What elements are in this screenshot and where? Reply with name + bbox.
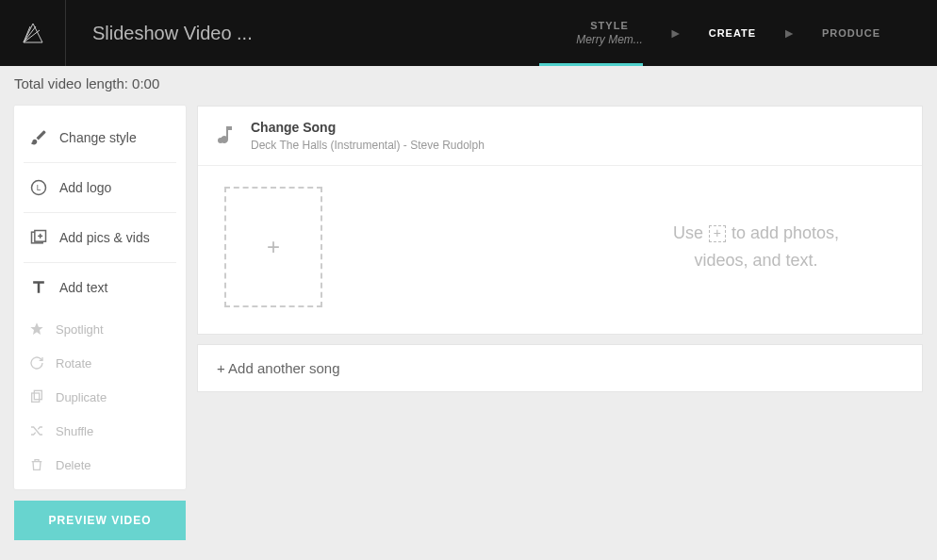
sidebar-shuffle: Shuffle [14, 414, 186, 448]
add-media-icon [27, 226, 50, 249]
empty-state-hint: Use + to add photos, videos, and text. [673, 220, 839, 274]
sidebar-add-logo[interactable]: L Add logo [24, 163, 176, 213]
sidebar-label: Change style [59, 130, 137, 145]
add-another-song-button[interactable]: + Add another song [197, 344, 923, 392]
active-tab-underline [539, 63, 643, 66]
text-icon [27, 276, 50, 299]
sidebar-label: Rotate [56, 356, 91, 371]
sidebar-add-text[interactable]: Add text [24, 263, 176, 312]
project-title[interactable]: Slideshow Video ... [92, 23, 253, 44]
sidebar-label: Spotlight [56, 322, 104, 337]
fan-logo-icon [19, 19, 47, 47]
slot-area: + Use + to add photos, videos, and text. [198, 166, 922, 334]
svg-point-8 [218, 138, 223, 143]
song-info: Change Song Deck The Halls (Instrumental… [251, 120, 485, 152]
sidebar-label: Delete [56, 458, 91, 472]
sidebar: Change style L Add logo Add pics & vids … [14, 106, 186, 489]
plus-icon: + [267, 234, 280, 260]
logo-circle-icon: L [27, 176, 50, 199]
svg-rect-7 [34, 390, 41, 399]
sidebar-label: Add logo [59, 180, 111, 195]
brush-icon [27, 126, 50, 149]
song-meta: Deck The Halls (Instrumental) - Steve Ru… [251, 139, 485, 152]
svg-rect-6 [32, 393, 40, 402]
add-media-slot[interactable]: + [224, 187, 322, 307]
hint-plus-icon: + [709, 225, 726, 242]
sidebar-label: Add pics & vids [59, 230, 150, 245]
logo[interactable] [0, 0, 66, 66]
trash-icon [27, 455, 46, 474]
left-column: Change style L Add logo Add pics & vids … [14, 106, 186, 540]
sidebar-rotate: Rotate [14, 346, 186, 380]
music-note-icon [215, 124, 239, 148]
nav-step-create[interactable]: CREATE [709, 27, 756, 39]
star-icon [27, 320, 46, 338]
song-header[interactable]: Change Song Deck The Halls (Instrumental… [198, 107, 922, 166]
song-panel: Change Song Deck The Halls (Instrumental… [197, 106, 923, 335]
main-panel: Change Song Deck The Halls (Instrumental… [197, 106, 923, 392]
change-song-label: Change Song [251, 120, 485, 135]
svg-text:L: L [37, 183, 41, 192]
chevron-right-icon: ► [669, 25, 682, 41]
rotate-icon [27, 354, 46, 372]
sidebar-spotlight: Spotlight [14, 312, 186, 346]
shuffle-icon [27, 421, 46, 440]
nav-step-produce[interactable]: PRODUCE [822, 27, 880, 39]
duplicate-icon [27, 387, 46, 406]
nav-steps: STYLE Merry Mem... ► CREATE ► PRODUCE [576, 20, 937, 46]
content-area: Change style L Add logo Add pics & vids … [0, 91, 937, 554]
sidebar-duplicate: Duplicate [14, 380, 186, 414]
video-length-bar: Total video length: 0:00 [0, 66, 937, 91]
sidebar-label: Shuffle [56, 424, 93, 438]
sidebar-add-pics[interactable]: Add pics & vids [24, 213, 176, 263]
sidebar-label: Add text [59, 280, 107, 295]
sidebar-delete: Delete [14, 448, 186, 482]
preview-video-button[interactable]: PREVIEW VIDEO [14, 501, 186, 540]
nav-step-style[interactable]: STYLE Merry Mem... [576, 20, 643, 46]
sidebar-label: Duplicate [56, 390, 107, 404]
sidebar-change-style[interactable]: Change style [24, 113, 176, 163]
chevron-right-icon: ► [782, 25, 796, 41]
app-header: Slideshow Video ... STYLE Merry Mem... ►… [0, 0, 937, 66]
